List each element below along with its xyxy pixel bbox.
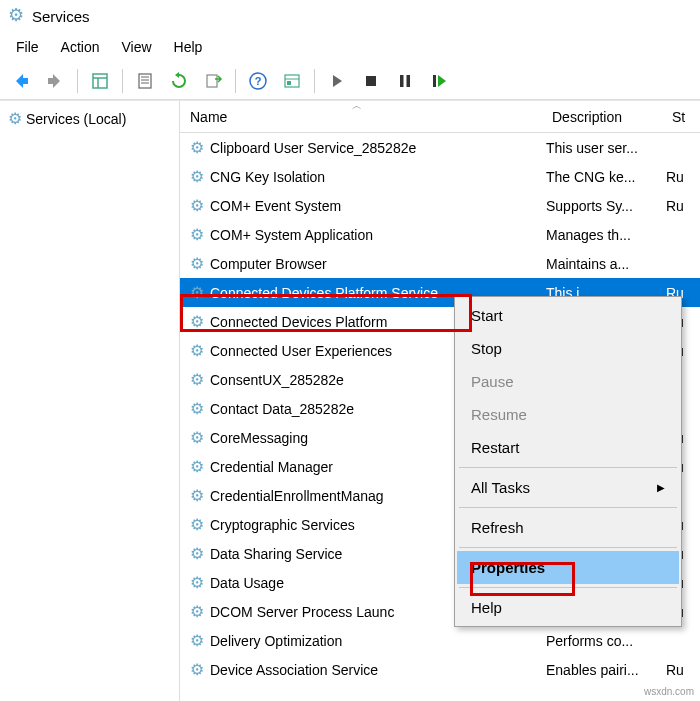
service-pause-button[interactable] (390, 66, 420, 96)
service-row[interactable]: ⚙COM+ System ApplicationManages th... (180, 220, 700, 249)
service-row[interactable]: ⚙Delivery OptimizationPerforms co... (180, 626, 700, 655)
gear-icon: ⚙ (186, 573, 208, 592)
service-row[interactable]: ⚙COM+ Event SystemSupports Sy...Ru (180, 191, 700, 220)
gear-icon: ⚙ (186, 544, 208, 563)
service-description: Performs co... (546, 633, 666, 649)
service-name: Delivery Optimization (210, 633, 546, 649)
gear-icon: ⚙ (186, 631, 208, 650)
svg-rect-3 (139, 74, 151, 88)
properties-button[interactable] (130, 66, 160, 96)
context-menu-separator (459, 547, 677, 548)
context-menu-restart[interactable]: Restart (457, 431, 679, 464)
context-menu-separator (459, 507, 677, 508)
toolbar-separator (122, 69, 123, 93)
context-menu-refresh[interactable]: Refresh (457, 511, 679, 544)
titlebar: Services (0, 0, 700, 32)
service-description: Supports Sy... (546, 198, 666, 214)
gear-icon: ⚙ (186, 254, 208, 273)
gear-icon: ⚙ (186, 428, 208, 447)
context-menu-separator (459, 467, 677, 468)
context-menu-label: All Tasks (471, 479, 530, 496)
service-name: CNG Key Isolation (210, 169, 546, 185)
svg-rect-0 (93, 74, 107, 88)
service-name: Clipboard User Service_285282e (210, 140, 546, 156)
gear-icon (8, 7, 26, 25)
service-restart-button[interactable] (424, 66, 454, 96)
show-hide-tree-button[interactable] (85, 66, 115, 96)
gear-icon: ⚙ (8, 109, 22, 128)
service-row[interactable]: ⚙CNG Key IsolationThe CNG ke...Ru (180, 162, 700, 191)
sort-indicator-icon: ︿ (352, 101, 362, 113)
service-status: Ru (666, 198, 700, 214)
toolbar-separator (314, 69, 315, 93)
context-menu: Start Stop Pause Resume Restart All Task… (454, 296, 682, 627)
grid-header: ︿ Name Description St (180, 101, 700, 133)
context-menu-separator (459, 587, 677, 588)
gear-icon: ⚙ (186, 370, 208, 389)
help-button[interactable]: ? (243, 66, 273, 96)
service-name: COM+ Event System (210, 198, 546, 214)
context-menu-resume: Resume (457, 398, 679, 431)
svg-rect-16 (433, 75, 436, 87)
service-start-button[interactable] (322, 66, 352, 96)
service-stop-button[interactable] (356, 66, 386, 96)
menubar: File Action View Help (0, 32, 700, 62)
menu-view[interactable]: View (111, 36, 161, 58)
svg-text:?: ? (255, 75, 262, 87)
service-row[interactable]: ⚙Computer BrowserMaintains a... (180, 249, 700, 278)
toolbar-separator (235, 69, 236, 93)
service-description: Enables pairi... (546, 662, 666, 678)
gear-icon: ⚙ (186, 660, 208, 679)
gear-icon: ⚙ (186, 167, 208, 186)
svg-rect-7 (207, 75, 217, 87)
service-status: Ru (666, 662, 700, 678)
chevron-right-icon: ▶ (657, 482, 665, 493)
tree-item-services-local[interactable]: ⚙ Services (Local) (0, 105, 179, 132)
export-button[interactable] (198, 66, 228, 96)
svg-rect-13 (366, 76, 376, 86)
service-description: Maintains a... (546, 256, 666, 272)
column-header-description[interactable]: Description (546, 109, 666, 125)
service-status: Ru (666, 169, 700, 185)
menu-file[interactable]: File (6, 36, 49, 58)
tree-item-label: Services (Local) (26, 111, 126, 127)
gear-icon: ⚙ (186, 341, 208, 360)
context-menu-properties[interactable]: Properties (457, 551, 679, 584)
service-name: COM+ System Application (210, 227, 546, 243)
svg-rect-12 (287, 81, 291, 85)
service-description: Manages th... (546, 227, 666, 243)
context-menu-all-tasks[interactable]: All Tasks▶ (457, 471, 679, 504)
gear-icon: ⚙ (186, 457, 208, 476)
svg-rect-14 (400, 75, 404, 87)
nav-forward-button (40, 66, 70, 96)
gear-icon: ⚙ (186, 602, 208, 621)
context-menu-start[interactable]: Start (457, 299, 679, 332)
service-description: This user ser... (546, 140, 666, 156)
refresh-button[interactable] (164, 66, 194, 96)
gear-icon: ⚙ (186, 138, 208, 157)
nav-back-button[interactable] (6, 66, 36, 96)
gear-icon: ⚙ (186, 486, 208, 505)
gear-icon: ⚙ (186, 225, 208, 244)
column-header-name[interactable]: Name (180, 109, 546, 125)
console-button[interactable] (277, 66, 307, 96)
window-title: Services (32, 8, 90, 25)
service-row[interactable]: ⚙Clipboard User Service_285282eThis user… (180, 133, 700, 162)
gear-icon: ⚙ (186, 399, 208, 418)
gear-icon: ⚙ (186, 515, 208, 534)
menu-action[interactable]: Action (51, 36, 110, 58)
column-header-status[interactable]: St (666, 109, 700, 125)
toolbar: ? (0, 62, 700, 100)
svg-rect-15 (407, 75, 411, 87)
context-menu-help[interactable]: Help (457, 591, 679, 624)
menu-help[interactable]: Help (164, 36, 213, 58)
context-menu-label: Properties (471, 559, 545, 576)
gear-icon: ⚙ (186, 312, 208, 331)
toolbar-separator (77, 69, 78, 93)
service-description: The CNG ke... (546, 169, 666, 185)
context-menu-stop[interactable]: Stop (457, 332, 679, 365)
context-menu-pause: Pause (457, 365, 679, 398)
service-row[interactable]: ⚙Device Association ServiceEnables pairi… (180, 655, 700, 684)
tree-pane: ⚙ Services (Local) (0, 101, 180, 701)
gear-icon: ⚙ (186, 283, 208, 302)
